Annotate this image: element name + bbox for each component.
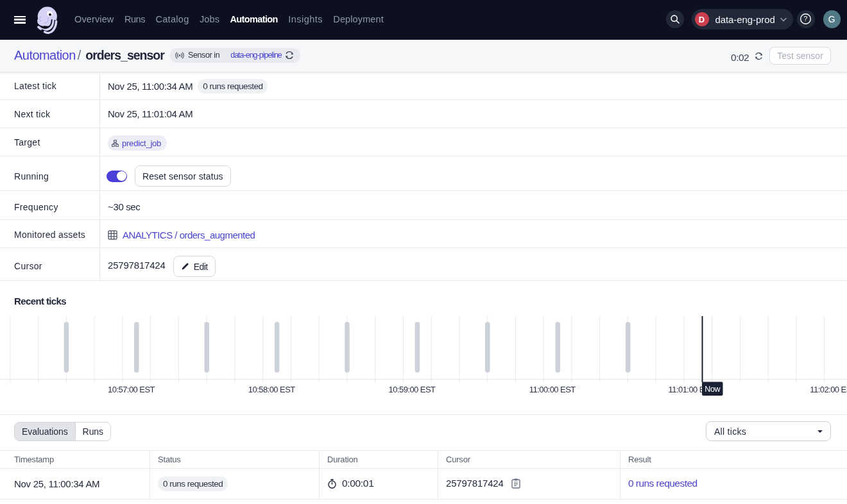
svg-text:10:57:00 EST: 10:57:00 EST [108, 385, 155, 394]
svg-text:11:02:00 EST: 11:02:00 EST [810, 385, 847, 394]
svg-text:10:59:00 EST: 10:59:00 EST [389, 385, 436, 394]
svg-text:10:58:00 EST: 10:58:00 EST [248, 385, 295, 394]
svg-text:11:00:00 EST: 11:00:00 EST [529, 385, 576, 394]
svg-text:?: ? [804, 15, 808, 22]
svg-text:Now: Now [705, 385, 721, 394]
